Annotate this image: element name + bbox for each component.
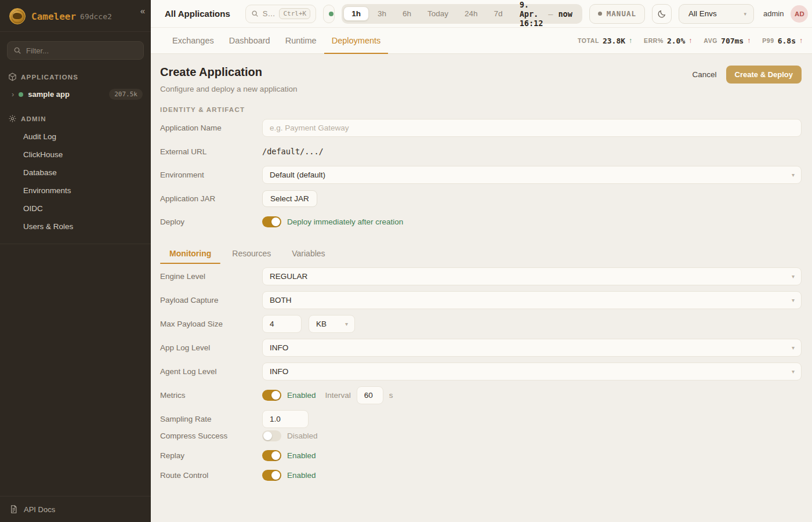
trend-up-icon: ↑ <box>747 37 751 45</box>
api-docs-link[interactable]: API Docs <box>0 496 151 522</box>
app-log-level-row: App Log Level INFO <box>160 339 802 357</box>
select-jar-button[interactable]: Select JAR <box>262 190 317 207</box>
time-range-6h[interactable]: 6h <box>395 7 419 20</box>
dark-mode-toggle-button[interactable] <box>652 4 672 24</box>
stat-total: TOTAL 23.8K ↑ <box>578 37 632 45</box>
stat-total-value: 23.8K <box>603 37 625 45</box>
time-range-segmented-control: 1h 3h 6h Today 24h 7d 9. Apr. 16:12 – no… <box>342 4 582 24</box>
max-payload-size-input[interactable] <box>262 315 302 333</box>
topbar: All Applications S… Ctrl+K O 1h 3h 6h To… <box>151 0 812 28</box>
search-shortcut-kbd: Ctrl+K <box>279 8 310 19</box>
metrics-interval-input[interactable] <box>357 386 383 404</box>
stat-p99-label: P99 <box>762 37 774 44</box>
app-log-level-select[interactable]: INFO <box>262 339 802 357</box>
time-range-today[interactable]: Today <box>420 7 456 20</box>
time-range-1h[interactable]: 1h <box>343 6 369 21</box>
tab-dashboard[interactable]: Dashboard <box>222 28 278 53</box>
subtab-monitoring[interactable]: Monitoring <box>160 244 220 264</box>
subtab-resources[interactable]: Resources <box>223 244 280 264</box>
time-range-7d[interactable]: 7d <box>487 7 510 20</box>
filter-box[interactable] <box>7 41 144 60</box>
stat-avg-value: 707ms <box>721 37 744 45</box>
expand-chevron-icon[interactable]: › <box>12 90 14 99</box>
app-log-level-value: INFO <box>270 343 300 352</box>
sidebar-collapse-icon[interactable]: « <box>140 6 145 16</box>
route-control-row: Route Control Enabled <box>160 467 802 483</box>
main-tabs-row: Exchanges Dashboard Runtime Deployments … <box>151 28 812 54</box>
app-status-dot <box>19 92 23 97</box>
max-payload-unit-select[interactable]: KB <box>309 315 355 333</box>
header-actions: Cancel Create & Deploy <box>693 66 802 84</box>
replay-label: Replay <box>160 451 262 460</box>
environment-select[interactable]: Default (default) <box>262 166 802 184</box>
identity-section-label: IDENTITY & ARTIFACT <box>160 106 802 113</box>
range-to: now <box>558 9 572 19</box>
admin-section-header: ADMIN <box>0 104 151 126</box>
sidebar-item-users-roles[interactable]: Users & Roles <box>0 217 151 235</box>
connection-status-pill[interactable]: O <box>323 5 335 23</box>
create-application-page: Create Application Configure and deploy … <box>151 54 812 522</box>
create-deploy-button[interactable]: Create & Deploy <box>726 66 802 84</box>
main-column: All Applications S… Ctrl+K O 1h 3h 6h To… <box>151 0 812 522</box>
max-payload-unit-value: KB <box>316 320 338 328</box>
engine-level-select[interactable]: REGULAR <box>262 267 802 285</box>
gear-icon <box>8 114 17 123</box>
stat-avg-label: AVG <box>704 37 717 44</box>
sidebar-item-environments[interactable]: Environments <box>0 182 151 200</box>
metrics-toggle[interactable] <box>262 390 281 401</box>
manual-mode-label: MANUAL <box>607 9 636 18</box>
search-icon <box>251 10 259 17</box>
max-payload-size-label: Max Payload Size <box>160 320 262 328</box>
tab-runtime[interactable]: Runtime <box>278 28 324 53</box>
stat-err-value: 2.0% <box>667 37 685 45</box>
page-context-title: All Applications <box>165 9 230 19</box>
page-subtitle: Configure and deploy a new application <box>160 85 297 93</box>
subtab-variables[interactable]: Variables <box>282 244 334 264</box>
environment-label: Environment <box>160 171 262 179</box>
environment-filter-select[interactable]: All Envs ▾ <box>679 4 754 24</box>
status-dot <box>329 12 334 16</box>
application-name-input[interactable] <box>262 119 802 137</box>
replay-toggle[interactable] <box>262 450 281 461</box>
search-placeholder-text: S… <box>263 9 276 18</box>
tab-exchanges[interactable]: Exchanges <box>165 28 222 53</box>
deploy-toggle[interactable] <box>262 216 281 227</box>
tab-deployments[interactable]: Deployments <box>324 28 389 53</box>
stats-strip: TOTAL 23.8K ↑ ERR% 2.0% ↑ AVG 707ms ↑ P9… <box>578 28 803 53</box>
env-selected-value: All Envs <box>688 9 717 18</box>
agent-log-level-select[interactable]: INFO <box>262 362 802 380</box>
stat-total-label: TOTAL <box>578 37 599 44</box>
refresh-mode-button[interactable]: MANUAL <box>589 4 645 24</box>
deploy-toggle-text: Deploy immediately after creation <box>287 217 403 226</box>
compress-success-state-text: Disabled <box>287 432 318 440</box>
custom-time-range[interactable]: 9. Apr. 16:12 – now <box>512 0 581 28</box>
time-range-24h[interactable]: 24h <box>457 7 485 20</box>
cancel-button[interactable]: Cancel <box>693 70 717 79</box>
sidebar-item-oidc[interactable]: OIDC <box>0 200 151 217</box>
metrics-row: Metrics Enabled Interval s <box>160 386 802 404</box>
applications-section-header: APPLICATIONS <box>0 62 151 85</box>
app-name-label: sample app <box>28 90 70 99</box>
range-from: 9. Apr. 16:12 <box>520 0 543 28</box>
payload-capture-select[interactable]: BOTH <box>262 291 802 309</box>
global-search[interactable]: S… Ctrl+K <box>245 5 316 23</box>
time-range-3h[interactable]: 3h <box>370 7 394 20</box>
sidebar-item-sample-app[interactable]: › sample app 207.5k <box>0 85 151 104</box>
filter-input[interactable] <box>26 46 137 55</box>
api-docs-label: API Docs <box>24 505 55 514</box>
sidebar-item-audit-log[interactable]: Audit Log <box>0 128 151 146</box>
sidebar: Cameleer 69dcce2 « APPLICATIONS › sample… <box>0 0 151 522</box>
filter-wrap <box>0 32 151 62</box>
user-name-label: admin <box>763 9 784 18</box>
replay-state-text: Enabled <box>287 451 316 460</box>
deploy-row: Deploy Deploy immediately after creation <box>160 213 802 230</box>
stat-p99: P99 6.8s ↑ <box>762 37 803 45</box>
user-avatar[interactable]: AD <box>791 5 808 23</box>
config-subtabs: Monitoring Resources Variables <box>160 244 802 264</box>
route-control-toggle[interactable] <box>262 470 281 481</box>
application-jar-label: Application JAR <box>160 194 262 203</box>
sampling-rate-input[interactable] <box>262 410 309 428</box>
sidebar-item-database[interactable]: Database <box>0 164 151 182</box>
sidebar-item-clickhouse[interactable]: ClickHouse <box>0 146 151 164</box>
compress-success-toggle[interactable] <box>262 430 281 441</box>
